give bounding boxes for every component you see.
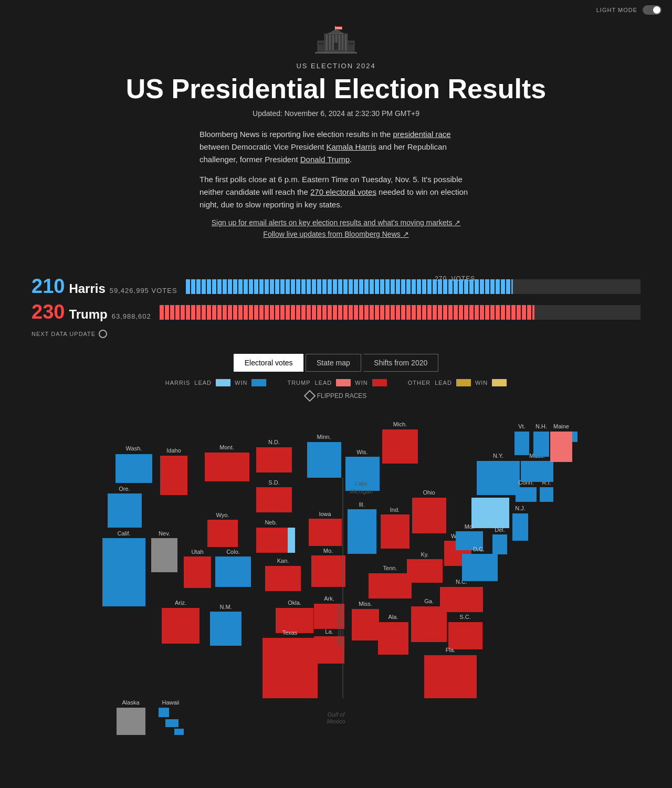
state-mich[interactable] [382, 429, 418, 464]
trump-link[interactable]: Donald Trump [300, 155, 350, 164]
state-wash[interactable] [116, 454, 152, 483]
state-sc[interactable] [448, 622, 482, 649]
us-map-svg: Wash. Ore. Calif. Idaho Nev. Ariz. Mont.… [74, 404, 578, 761]
svg-text:N.Y.: N.Y. [493, 453, 503, 459]
state-mo[interactable] [311, 555, 345, 587]
svg-text:Mexico: Mexico [327, 718, 345, 724]
svg-text:Vt.: Vt. [518, 423, 525, 429]
light-mode-toggle[interactable] [643, 5, 662, 15]
state-ind[interactable] [381, 514, 410, 549]
state-ark[interactable] [314, 604, 344, 629]
state-nh[interactable] [533, 432, 549, 457]
flipped-box: FLIPPED RACES [306, 392, 367, 400]
svg-text:Wyo.: Wyo. [216, 512, 229, 518]
svg-text:Nev.: Nev. [159, 530, 170, 537]
state-mont[interactable] [205, 453, 249, 481]
state-ri[interactable] [540, 487, 553, 502]
trump-bars-area [160, 305, 640, 320]
state-tenn[interactable] [369, 573, 412, 598]
tabs-section: Electoral votes State map Shifts from 20… [0, 354, 672, 372]
other-legend-label: OTHER [408, 380, 431, 386]
harris-legend: HARRIS LEAD WIN [165, 379, 267, 386]
state-conn[interactable] [516, 487, 537, 502]
state-nd[interactable] [256, 447, 292, 472]
state-ore[interactable] [108, 493, 142, 528]
state-neb[interactable] [256, 528, 288, 553]
state-vt[interactable] [514, 432, 529, 455]
svg-rect-17 [315, 52, 357, 54]
state-alaska[interactable] [117, 708, 145, 735]
state-pa[interactable] [471, 498, 509, 528]
live-updates-link[interactable]: Follow live updates from Bloomberg News … [10, 230, 662, 238]
state-nc[interactable] [440, 587, 483, 612]
state-calif[interactable] [102, 538, 145, 606]
election-label: US ELECTION 2024 [10, 62, 662, 70]
state-neb-1[interactable] [288, 528, 295, 553]
state-iowa[interactable] [309, 519, 342, 546]
state-del[interactable] [492, 534, 507, 554]
state-sd[interactable] [256, 487, 292, 512]
state-kan[interactable] [265, 566, 301, 591]
svg-rect-11 [342, 35, 343, 50]
state-hawaii-2[interactable] [165, 719, 178, 727]
svg-text:N.M.: N.M. [219, 604, 232, 610]
state-hawaii-3[interactable] [174, 729, 184, 735]
tab-state-map[interactable]: State map [306, 354, 361, 372]
email-alerts-link[interactable]: Sign up for email alerts on key election… [10, 218, 662, 227]
svg-text:Colo.: Colo. [226, 549, 240, 555]
harris-win-swatch [251, 379, 266, 386]
state-minn[interactable] [307, 442, 341, 478]
state-fla[interactable] [424, 655, 477, 698]
state-maine-1[interactable] [572, 432, 578, 442]
state-la[interactable] [314, 636, 344, 664]
svg-text:Ind.: Ind. [390, 507, 400, 513]
state-mass[interactable] [521, 461, 553, 482]
state-wis[interactable] [345, 457, 380, 491]
270-link[interactable]: 270 electoral votes [310, 187, 376, 196]
description-1: Bloomberg News is reporting live electio… [200, 128, 472, 166]
state-colo[interactable] [215, 556, 251, 587]
state-wyo[interactable] [207, 520, 238, 547]
map-container: Wash. Ore. Calif. Idaho Nev. Ariz. Mont.… [74, 404, 598, 772]
harris-link[interactable]: Kamala Harris [327, 142, 376, 151]
svg-text:Ill.: Ill. [359, 501, 365, 508]
vote-bars-section: 270 VOTES 210 Harris 59,426,995 VOTES 23… [0, 275, 672, 338]
state-ala[interactable] [378, 622, 408, 655]
state-nev[interactable] [151, 538, 177, 572]
state-ohio[interactable] [412, 498, 446, 533]
svg-text:S.D.: S.D. [268, 479, 279, 486]
state-ill[interactable] [348, 509, 376, 554]
presidential-race-link[interactable]: presidential race [393, 130, 451, 139]
state-idaho[interactable] [160, 456, 187, 495]
state-hawaii-1[interactable] [159, 708, 169, 717]
state-nm[interactable] [210, 612, 242, 646]
svg-text:Iowa: Iowa [319, 511, 331, 517]
trump-votes: 63,988,602 [112, 312, 151, 320]
harris-electoral-votes: 210 [32, 275, 65, 298]
tab-electoral[interactable]: Electoral votes [234, 354, 303, 372]
state-ny[interactable] [477, 461, 520, 495]
state-okla[interactable] [276, 608, 313, 633]
white-house-icon [315, 25, 357, 57]
flipped-icon [303, 390, 316, 402]
state-nj[interactable] [512, 513, 528, 541]
svg-text:Ark.: Ark. [324, 595, 334, 602]
harris-bar-wrapper [186, 279, 640, 294]
svg-text:N.H.: N.H. [536, 423, 547, 429]
tab-shifts[interactable]: Shifts from 2020 [363, 354, 438, 372]
state-maine[interactable] [550, 432, 572, 462]
svg-text:Ohio: Ohio [423, 489, 435, 496]
state-md[interactable] [456, 531, 483, 550]
svg-rect-12 [345, 35, 346, 50]
harris-lead-swatch [216, 379, 230, 386]
state-dc[interactable] [471, 554, 486, 567]
svg-text:Maine: Maine [553, 423, 569, 429]
state-ky[interactable] [407, 559, 443, 583]
state-texas[interactable] [262, 638, 318, 698]
state-ariz[interactable] [162, 608, 200, 644]
harris-legend-label: HARRIS [165, 380, 191, 386]
svg-text:N.D.: N.D. [268, 439, 280, 445]
harris-win-label: WIN [235, 380, 247, 386]
state-miss[interactable] [352, 609, 379, 640]
state-utah[interactable] [184, 556, 211, 588]
